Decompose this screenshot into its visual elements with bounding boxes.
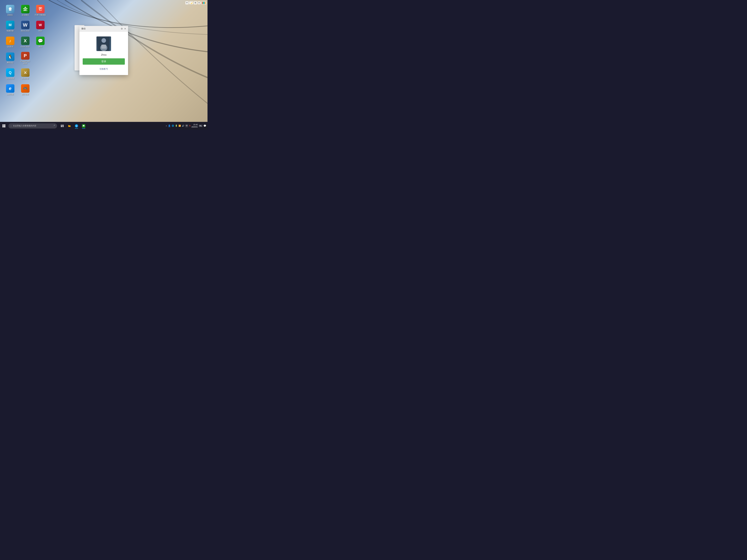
corner-lang-cn[interactable]: 中 — [185, 1, 188, 4]
tray-battery-icon[interactable]: 🔋 — [175, 125, 178, 127]
icon-pcmgr[interactable]: M 电脑管家 — [3, 19, 17, 34]
taskbar-task-view[interactable] — [59, 123, 66, 129]
wechat-login-dialog: 微信 ⚙ ✕ — [79, 26, 128, 75]
wechat-close-icon[interactable]: ✕ — [124, 27, 126, 30]
taskbar-system-tray: ∧ 👤 🌐 🔋 📶 🔊 中 S 15:42 2020/3/1 IM₂ 💬 — [166, 124, 207, 128]
icon-wecom[interactable]: 企 企业微信 — [18, 3, 32, 18]
corner-color-icon[interactable] — [201, 1, 206, 4]
taskbar-search[interactable]: ○ 在这里输入你要搜索的内容 🎤 — [8, 123, 57, 129]
corner-night-icon[interactable]: ·🌙 — [189, 1, 193, 4]
icon-qqmusic[interactable]: ♪ QQ音乐 — [3, 35, 17, 50]
icon-qqbrowser[interactable]: Q QQ浏览器 — [3, 67, 17, 81]
icon-wechat-desktop[interactable]: 💬 微信 — [33, 35, 47, 50]
taskbar-clock[interactable]: 15:42 2020/3/1 — [191, 124, 198, 128]
taskbar-pinned-icons: Q 💬 — [59, 123, 87, 129]
svg-point-1 — [102, 38, 106, 43]
svg-rect-6 — [2, 126, 4, 127]
tray-im2[interactable]: IM₂ — [199, 125, 203, 127]
microphone-icon: 🎤 — [53, 125, 55, 127]
svg-rect-4 — [2, 125, 4, 126]
icon-ie[interactable]: e 上网导航 — [3, 83, 17, 97]
icon-lol[interactable]: ⚔ 英雄联盟 — [18, 67, 32, 81]
icon-qq[interactable]: 🐧 腾讯QQ — [3, 51, 17, 65]
corner-toolbar: 中 ·🌙 简 ⚙ — [185, 1, 206, 4]
switch-account-link[interactable]: 切换帐号 — [100, 67, 108, 72]
wechat-title: 微信 — [81, 27, 85, 30]
tray-wifi-icon[interactable]: 📶 — [179, 125, 181, 127]
icon-excel[interactable]: X Excel 2016 — [18, 35, 32, 50]
tray-safeguard-icon[interactable]: S — [189, 125, 190, 127]
login-button[interactable]: 登录 — [83, 58, 125, 65]
taskbar: ○ 在这里输入你要搜索的内容 🎤 Q — [0, 122, 207, 130]
icon-mango[interactable]: 芒 芒果TV极速版 — [33, 3, 47, 18]
tray-lang[interactable]: 中 — [185, 124, 188, 127]
corner-settings-icon[interactable]: ⚙ — [198, 1, 201, 4]
taskbar-file-explorer[interactable] — [66, 123, 73, 129]
tray-network-icon[interactable]: 🌐 — [172, 125, 174, 127]
svg-rect-11 — [62, 126, 64, 127]
icon-ppt[interactable]: P PowerPoint 2016 — [18, 51, 32, 65]
start-button[interactable] — [0, 122, 8, 130]
user-avatar — [97, 36, 111, 51]
icon-wps[interactable]: W Wps — [33, 19, 47, 34]
tray-person-icon[interactable]: 👤 — [168, 125, 171, 127]
svg-rect-5 — [4, 125, 5, 126]
icon-huya[interactable]: 🎮 虎牙直播 — [18, 83, 32, 97]
clock-time: 15:42 — [191, 124, 198, 126]
user-name: Zhou — [101, 53, 106, 56]
wechat-body: Zhou 登录 切换帐号 — [79, 32, 128, 75]
svg-rect-8 — [61, 125, 62, 126]
svg-rect-3 — [101, 45, 106, 49]
search-circle-icon: ○ — [10, 125, 12, 127]
tray-volume-icon[interactable]: 🔊 — [182, 125, 184, 127]
taskbar-search-text: 在这里输入你要搜索的内容 — [13, 125, 36, 127]
icon-word[interactable]: W Word 2016 — [18, 19, 32, 34]
corner-jian[interactable]: 简 — [194, 1, 197, 4]
desktop-icons-grid: 🗑 回收站 企 企业微信 芒 芒果TV极速版 M 电脑管家 W Word 201… — [3, 3, 47, 97]
taskbar-wechat[interactable]: 💬 — [80, 123, 87, 129]
tray-msg-icon[interactable]: 💬 — [203, 125, 206, 127]
taskbar-qq-browser[interactable]: Q — [73, 123, 80, 129]
wechat-settings-icon[interactable]: ⚙ — [121, 27, 123, 30]
clock-date: 2020/3/1 — [191, 126, 198, 128]
svg-rect-10 — [61, 126, 62, 127]
icon-recycle[interactable]: 🗑 回收站 — [3, 3, 17, 18]
wechat-titlebar: 微信 ⚙ ✕ — [79, 26, 128, 32]
svg-rect-7 — [4, 126, 5, 127]
tray-show-hidden[interactable]: ∧ — [166, 125, 167, 127]
svg-rect-9 — [62, 125, 64, 126]
wechat-title-actions: ⚙ ✕ — [121, 27, 126, 30]
desktop: 🗑 回收站 企 企业微信 芒 芒果TV极速版 M 电脑管家 W Word 201… — [0, 0, 207, 130]
